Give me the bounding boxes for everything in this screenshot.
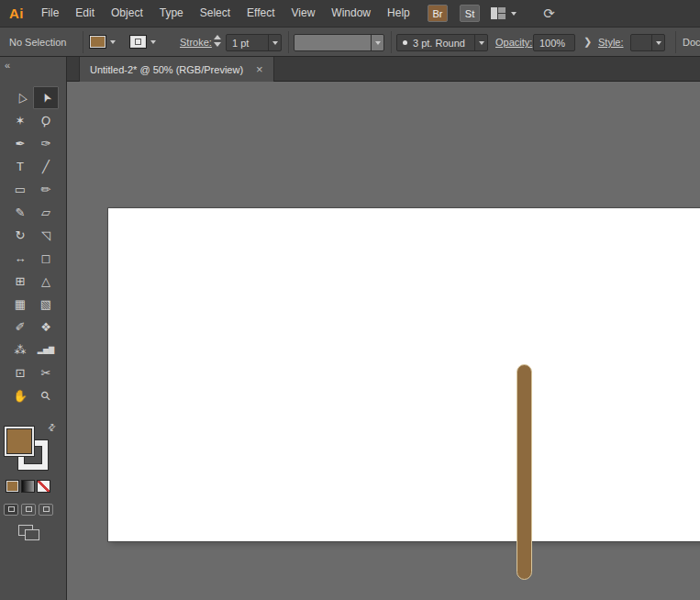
width-profile-chevron-icon[interactable]	[371, 35, 383, 50]
scale-tool-icon: ◹	[41, 228, 50, 242]
type-tool-icon: T	[17, 160, 24, 173]
draw-inside-button[interactable]	[39, 504, 53, 516]
document-tab-bar: Untitled-2* @ 50% (RGB/Preview) ×	[67, 57, 700, 82]
width-tool[interactable]: ↔	[7, 247, 33, 270]
selection-tool-icon: ➤	[38, 90, 54, 105]
menu-object[interactable]: Object	[103, 0, 151, 27]
brush-chevron-icon[interactable]	[474, 35, 487, 50]
brush-definition-dropdown[interactable]: 3 pt. Round	[396, 34, 488, 51]
style-label[interactable]: Style:	[598, 37, 624, 48]
rotate-tool[interactable]: ↻	[7, 224, 33, 247]
document-tab-title: Untitled-2* @ 50% (RGB/Preview)	[90, 64, 243, 75]
hand-tool[interactable]: ✋	[7, 384, 33, 407]
workspace-chevron-icon[interactable]	[511, 12, 517, 16]
free-transform-tool-icon: ◻	[41, 251, 51, 265]
stroke-weight-value: 1 pt	[232, 38, 249, 49]
zoom-tool-icon: ⚲	[38, 388, 53, 404]
document-tab[interactable]: Untitled-2* @ 50% (RGB/Preview) ×	[79, 57, 274, 82]
rectangle-tool-icon: ▭	[15, 183, 26, 196]
bridge-button[interactable]: Br	[428, 5, 448, 22]
opacity-panel-arrow-icon[interactable]: ❯	[583, 36, 592, 48]
collapse-panel-icon[interactable]: «	[5, 60, 10, 71]
gradient-tool-icon: ▧	[40, 297, 51, 311]
draw-behind-button[interactable]	[21, 504, 36, 516]
menu-select[interactable]: Select	[192, 0, 239, 27]
tab-close-icon[interactable]: ×	[256, 63, 263, 75]
none-button[interactable]	[37, 480, 50, 493]
draw-normal-button[interactable]	[4, 504, 18, 516]
stroke-weight-dropdown[interactable]	[268, 35, 281, 50]
opacity-label[interactable]: Opacity:	[495, 37, 532, 48]
gradient-tool[interactable]: ▧	[33, 293, 59, 316]
menu-file[interactable]: File	[33, 0, 67, 27]
rectangle-tool[interactable]: ▭	[7, 178, 33, 201]
menu-help[interactable]: Help	[379, 0, 418, 27]
perspective-grid-tool[interactable]: △	[33, 270, 59, 293]
menu-view[interactable]: View	[283, 0, 324, 27]
artboard-tool[interactable]: ⊡	[7, 361, 33, 384]
eraser-tool[interactable]: ▱	[33, 201, 59, 224]
fill-chevron-icon[interactable]	[110, 40, 116, 44]
gradient-button[interactable]	[21, 480, 35, 493]
brush-preview-icon	[403, 40, 407, 45]
paintbrush-tool-icon: ✏	[41, 183, 51, 196]
lasso-tool[interactable]: Ϙ	[33, 109, 59, 132]
eyedropper-tool[interactable]: ✐	[7, 316, 33, 339]
shaper-tool[interactable]: ✎	[7, 201, 33, 224]
stock-button[interactable]: St	[460, 5, 480, 22]
stroke-swatch-inner-icon	[135, 39, 141, 45]
control-bar: No Selection Stroke: 1 pt 3 pt. Round Op…	[0, 27, 700, 57]
stroke-chevron-icon[interactable]	[150, 40, 156, 44]
menu-edit[interactable]: Edit	[67, 0, 103, 27]
slice-tool[interactable]: ✂	[33, 361, 59, 384]
style-dropdown[interactable]	[630, 34, 665, 51]
stroke-color-swatch[interactable]	[129, 35, 147, 49]
direct-selection-tool[interactable]: ▷	[7, 86, 33, 109]
paintbrush-tool[interactable]: ✏	[33, 178, 59, 201]
scale-tool[interactable]: ◹	[33, 224, 59, 247]
pen-tool-icon: ✒	[16, 137, 26, 150]
curvature-tool[interactable]: ✑	[33, 132, 59, 155]
brown-brush-stroke-shape[interactable]	[517, 364, 532, 580]
style-chevron-icon[interactable]	[651, 35, 664, 50]
screen-mode-button[interactable]	[18, 525, 40, 541]
symbol-sprayer-tool[interactable]: ⁂	[7, 339, 33, 361]
type-tool[interactable]: T	[7, 155, 33, 178]
stroke-label[interactable]: Stroke:	[180, 37, 212, 48]
column-graph-tool[interactable]: ▂▅▇	[33, 339, 59, 361]
opacity-field[interactable]: 100%	[533, 34, 575, 51]
shape-builder-tool[interactable]: ⊞	[7, 270, 33, 293]
blend-tool[interactable]: ❖	[33, 316, 59, 339]
mesh-tool[interactable]: ▦	[7, 293, 33, 316]
column-graph-tool-icon: ▂▅▇	[38, 346, 54, 354]
width-profile-dropdown[interactable]	[294, 34, 384, 51]
stroke-weight-field[interactable]: 1 pt	[226, 34, 282, 51]
magic-wand-tool[interactable]: ✶	[7, 109, 33, 132]
menu-window[interactable]: Window	[323, 0, 379, 27]
zoom-tool[interactable]: ⚲	[33, 384, 59, 407]
menu-effect[interactable]: Effect	[239, 0, 283, 27]
artboard[interactable]	[108, 208, 700, 541]
stepper-up-icon[interactable]	[214, 35, 221, 39]
eraser-tool-icon: ▱	[41, 206, 50, 219]
free-transform-tool[interactable]: ◻	[33, 247, 59, 270]
swap-fill-stroke-icon[interactable]: ⇄	[45, 421, 58, 434]
menu-type[interactable]: Type	[151, 0, 192, 27]
color-button[interactable]	[6, 480, 19, 493]
stepper-down-icon[interactable]	[214, 42, 221, 47]
menu-bar: Ai FileEditObjectTypeSelectEffectViewWin…	[0, 0, 700, 27]
canvas-area[interactable]	[67, 82, 700, 600]
width-tool-icon: ↔	[15, 251, 27, 265]
fill-color-swatch[interactable]	[89, 35, 106, 49]
stroke-weight-stepper[interactable]	[214, 35, 221, 47]
sync-icon[interactable]: ⟳	[539, 4, 559, 23]
line-segment-tool[interactable]: ╱	[33, 155, 59, 178]
document-setup-button[interactable]: Doc	[683, 37, 700, 48]
workspace-switcher-icon[interactable]	[491, 7, 506, 19]
fill-swatch[interactable]	[5, 427, 34, 456]
pen-tool[interactable]: ✒	[7, 132, 33, 155]
selection-tool[interactable]: ➤	[33, 86, 59, 109]
eyedropper-tool-icon: ✐	[16, 320, 26, 334]
direct-selection-tool-icon: ▷	[12, 91, 28, 105]
selection-status: No Selection	[9, 37, 66, 48]
